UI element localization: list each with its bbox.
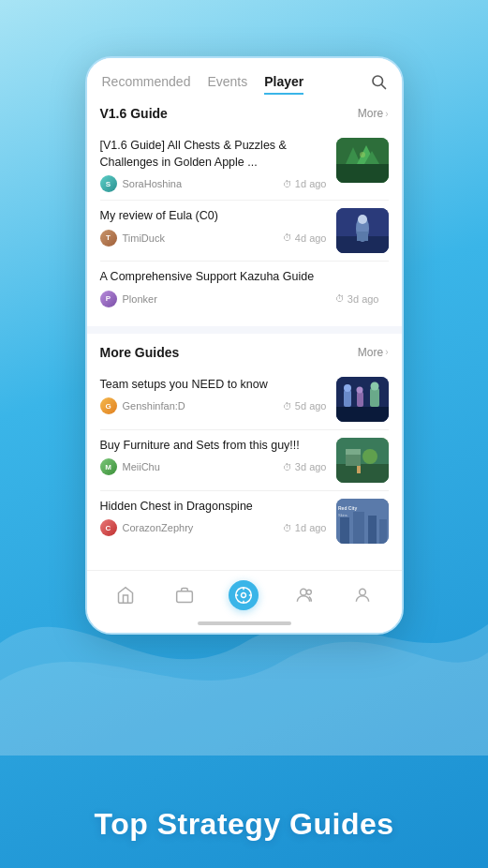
- time-label-2: 4d ago: [295, 232, 327, 244]
- svg-rect-17: [357, 392, 363, 407]
- section2-header: More Guides More ›: [100, 345, 389, 360]
- clock-icon-6: ⏱: [283, 523, 292, 533]
- guide-item-1-left: [V1.6 Guide] All Chests & Puzzles & Chal…: [100, 138, 336, 192]
- nav-explore[interactable]: [229, 580, 259, 610]
- guide-item-6[interactable]: Hidden Chest in Dragonspine C CorazonZep…: [100, 491, 389, 551]
- svg-rect-29: [353, 512, 364, 544]
- guide-item-2-left: My review of Eula (C0) T TimiDuck ⏱ 4d a…: [100, 208, 336, 247]
- time-meta-5: ⏱ 3d ago: [283, 461, 327, 472]
- svg-point-16: [344, 384, 351, 392]
- svg-point-42: [306, 590, 311, 594]
- clock-icon-3: ⏱: [335, 293, 345, 304]
- svg-point-7: [360, 152, 365, 157]
- clock-icon-4: ⏱: [283, 401, 292, 412]
- nav-store[interactable]: [170, 580, 200, 610]
- guide-item-4-left: Team setups you NEED to know G Genshinfa…: [100, 377, 336, 415]
- svg-rect-19: [370, 388, 379, 407]
- guide-item-5-left: Buy Furniture and Sets from this guy!!! …: [100, 438, 336, 476]
- time-label-4: 5d ago: [295, 400, 327, 412]
- guide-item-6-title: Hidden Chest in Dragonspine: [100, 499, 327, 516]
- author-avatar-2: T: [100, 230, 117, 247]
- svg-point-18: [356, 386, 362, 393]
- clock-icon-2: ⏱: [283, 232, 292, 243]
- guide-item-3-meta: P Plonker ⏱ 3d ago: [100, 291, 379, 307]
- guide-item-2-meta: T TimiDuck ⏱ 4d ago: [100, 230, 327, 247]
- phone-frame: Recommended Events Player V1.6 Guide Mor…: [85, 56, 404, 635]
- svg-text:Skins: Skins: [338, 513, 348, 517]
- guide-thumb-4: [336, 377, 389, 422]
- svg-point-0: [373, 76, 383, 86]
- time-label-6: 1d ago: [295, 522, 327, 533]
- footer-title: Top Strategy Guides: [0, 807, 488, 842]
- guide-item-4[interactable]: Team setups you NEED to know G Genshinfa…: [100, 369, 389, 430]
- top-nav: Recommended Events Player: [87, 58, 402, 95]
- section-v16-guide: V1.6 Guide More › [V1.6 Guide] All Chest…: [87, 95, 402, 326]
- author-avatar-6: C: [100, 519, 117, 536]
- home-bar: [198, 621, 291, 625]
- svg-point-41: [300, 589, 306, 595]
- section2-more-arrow: ›: [385, 347, 388, 357]
- guide-item-2[interactable]: My review of Eula (C0) T TimiDuck ⏱ 4d a…: [100, 201, 389, 262]
- svg-rect-34: [177, 591, 193, 602]
- svg-point-36: [242, 592, 246, 597]
- svg-rect-28: [340, 517, 349, 544]
- guide-thumb-5: [336, 438, 389, 483]
- content-area: V1.6 Guide More › [V1.6 Guide] All Chest…: [87, 95, 402, 562]
- guide-thumb-2: [336, 208, 389, 253]
- time-meta-1: ⏱ 1d ago: [283, 178, 327, 189]
- time-meta-2: ⏱ 4d ago: [283, 232, 327, 244]
- clock-icon-1: ⏱: [283, 179, 292, 189]
- svg-rect-30: [368, 516, 377, 544]
- svg-rect-31: [379, 519, 387, 544]
- author-name-4: Genshinfan:D: [123, 400, 185, 412]
- svg-text:Red City: Red City: [338, 505, 358, 511]
- guide-item-5-title: Buy Furniture and Sets from this guy!!!: [100, 438, 327, 455]
- svg-rect-3: [336, 164, 389, 183]
- guide-item-1-title: [V1.6 Guide] All Chests & Puzzles & Chal…: [100, 138, 327, 171]
- svg-rect-24: [346, 449, 361, 455]
- svg-rect-15: [344, 390, 351, 407]
- tab-player[interactable]: Player: [264, 74, 303, 95]
- svg-point-20: [370, 382, 378, 390]
- svg-point-25: [362, 449, 377, 464]
- time-meta-3: ⏱ 3d ago: [335, 293, 379, 305]
- svg-point-11: [358, 215, 367, 224]
- guide-item-3-title: A Comprehensive Support Kazuha Guide: [100, 269, 379, 286]
- guide-item-3[interactable]: A Comprehensive Support Kazuha Guide P P…: [100, 262, 389, 315]
- section-more-guides: More Guides More › Team setups you NEED …: [87, 334, 402, 562]
- section1-more-arrow: ›: [385, 109, 388, 119]
- svg-point-43: [360, 589, 366, 595]
- section2-more[interactable]: More ›: [358, 346, 389, 359]
- search-icon[interactable]: [370, 73, 387, 95]
- phone-wrapper: Recommended Events Player V1.6 Guide Mor…: [85, 56, 404, 635]
- section2-title: More Guides: [100, 345, 180, 360]
- section1-title: V1.6 Guide: [100, 106, 168, 121]
- guide-item-3-left: A Comprehensive Support Kazuha Guide P P…: [100, 269, 389, 307]
- svg-rect-23: [346, 453, 361, 466]
- tab-events[interactable]: Events: [207, 74, 247, 95]
- nav-profile[interactable]: [348, 580, 377, 610]
- tab-recommended[interactable]: Recommended: [102, 74, 191, 95]
- svg-rect-26: [357, 466, 361, 473]
- section1-more[interactable]: More ›: [358, 107, 389, 120]
- time-label-5: 3d ago: [295, 461, 327, 472]
- author-avatar-4: G: [100, 397, 117, 414]
- author-avatar-3: P: [100, 291, 117, 307]
- time-label-3: 3d ago: [348, 293, 379, 305]
- guide-item-6-left: Hidden Chest in Dragonspine C CorazonZep…: [100, 499, 336, 537]
- author-name-6: CorazonZephry: [123, 522, 194, 533]
- guide-thumb-6: Red City Skins: [336, 499, 389, 544]
- svg-rect-22: [336, 464, 389, 483]
- guide-item-1[interactable]: [V1.6 Guide] All Chests & Puzzles & Chal…: [100, 130, 389, 201]
- guide-item-1-meta: S SoraHoshina ⏱ 1d ago: [100, 175, 327, 192]
- nav-home[interactable]: [111, 580, 140, 610]
- guide-item-6-meta: C CorazonZephry ⏱ 1d ago: [100, 519, 327, 536]
- svg-line-1: [381, 85, 385, 89]
- home-indicator: [87, 621, 402, 633]
- time-meta-6: ⏱ 1d ago: [283, 522, 327, 533]
- svg-rect-12: [357, 232, 368, 241]
- nav-friends[interactable]: [288, 580, 318, 610]
- clock-icon-5: ⏱: [283, 462, 292, 472]
- guide-item-5[interactable]: Buy Furniture and Sets from this guy!!! …: [100, 430, 389, 491]
- guide-item-4-title: Team setups you NEED to know: [100, 377, 327, 394]
